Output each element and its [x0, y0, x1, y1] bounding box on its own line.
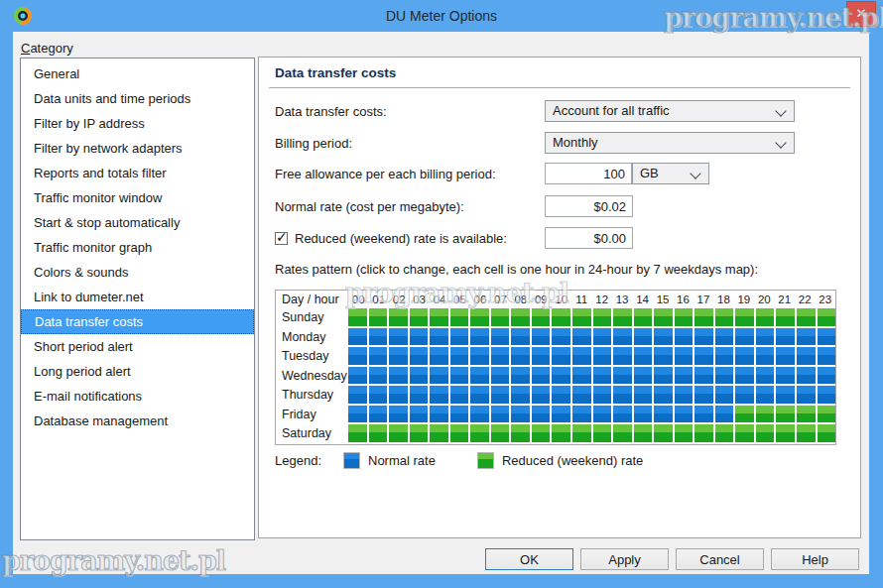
rate-cell-monday-06[interactable] [470, 328, 491, 348]
rate-cell-wednesday-15[interactable] [654, 367, 675, 387]
rate-cell-tuesday-09[interactable] [532, 347, 553, 367]
rate-cell-friday-03[interactable] [410, 406, 431, 425]
rate-cell-thursday-03[interactable] [410, 386, 431, 406]
rate-cell-monday-17[interactable] [694, 328, 715, 348]
rate-cell-wednesday-02[interactable] [389, 367, 410, 387]
rate-cell-tuesday-21[interactable] [776, 347, 797, 367]
rate-cell-wednesday-20[interactable] [756, 367, 777, 387]
sidebar-item-traffic-monitor-graph[interactable]: Traffic monitor graph [21, 235, 254, 260]
rate-cell-sunday-12[interactable] [593, 308, 614, 328]
rate-cell-friday-14[interactable] [634, 406, 655, 425]
rate-cell-sunday-20[interactable] [756, 308, 777, 328]
rate-cell-saturday-05[interactable] [450, 424, 471, 444]
rate-cell-friday-15[interactable] [654, 406, 675, 425]
rate-cell-monday-02[interactable] [389, 328, 410, 348]
rate-cell-tuesday-17[interactable] [694, 347, 715, 367]
rate-cell-thursday-22[interactable] [797, 386, 818, 406]
rate-cell-monday-23[interactable] [818, 328, 836, 348]
rate-cell-friday-09[interactable] [532, 406, 553, 425]
rate-cell-sunday-11[interactable] [572, 308, 593, 328]
sidebar-item-short-period-alert[interactable]: Short period alert [21, 334, 254, 359]
rate-cell-thursday-16[interactable] [675, 386, 695, 406]
sidebar-item-data-transfer-costs[interactable]: Data transfer costs [21, 309, 254, 334]
rate-cell-thursday-01[interactable] [369, 386, 390, 406]
rate-cell-friday-12[interactable] [593, 406, 614, 425]
rate-cell-saturday-22[interactable] [797, 424, 818, 444]
rate-cell-wednesday-13[interactable] [613, 367, 634, 387]
rate-cell-tuesday-16[interactable] [675, 347, 695, 367]
rate-cell-saturday-15[interactable] [654, 424, 675, 444]
data-transfer-costs-select[interactable]: Account for all traffic [545, 100, 795, 122]
rate-cell-sunday-15[interactable] [654, 308, 675, 328]
rate-cell-monday-14[interactable] [634, 328, 655, 348]
rate-cell-thursday-02[interactable] [389, 386, 410, 406]
rate-cell-tuesday-04[interactable] [430, 347, 450, 367]
rate-cell-saturday-14[interactable] [634, 424, 655, 444]
rate-cell-wednesday-00[interactable] [348, 367, 369, 387]
rate-cell-saturday-07[interactable] [491, 424, 512, 444]
rate-cell-friday-02[interactable] [389, 406, 410, 425]
sidebar-item-colors-sounds[interactable]: Colors & sounds [21, 260, 254, 285]
rate-cell-friday-20[interactable] [756, 406, 777, 425]
rate-cell-wednesday-16[interactable] [675, 367, 695, 387]
rate-cell-saturday-19[interactable] [735, 424, 756, 444]
rate-cell-friday-19[interactable] [735, 406, 756, 425]
rate-cell-monday-09[interactable] [532, 328, 553, 348]
rate-cell-wednesday-19[interactable] [735, 367, 756, 387]
rate-cell-sunday-16[interactable] [675, 308, 695, 328]
rate-cell-thursday-05[interactable] [450, 386, 471, 406]
rate-cell-sunday-03[interactable] [410, 308, 431, 328]
rate-cell-wednesday-05[interactable] [450, 367, 471, 387]
rate-cell-saturday-18[interactable] [715, 424, 736, 444]
rate-cell-wednesday-06[interactable] [470, 367, 491, 387]
rate-cell-saturday-10[interactable] [552, 424, 572, 444]
sidebar-item-filter-by-ip-address[interactable]: Filter by IP address [21, 111, 254, 136]
rate-cell-thursday-09[interactable] [532, 386, 553, 406]
sidebar-item-e-mail-notifications[interactable]: E-mail notifications [21, 384, 254, 409]
rate-cell-saturday-02[interactable] [389, 424, 410, 444]
rate-cell-saturday-00[interactable] [348, 424, 369, 444]
rate-cell-sunday-07[interactable] [491, 308, 512, 328]
rate-cell-thursday-19[interactable] [735, 386, 756, 406]
rate-cell-sunday-13[interactable] [613, 308, 634, 328]
rate-cell-friday-01[interactable] [369, 406, 390, 425]
rate-cell-sunday-22[interactable] [797, 308, 818, 328]
rate-cell-monday-12[interactable] [593, 328, 614, 348]
rate-cell-monday-05[interactable] [450, 328, 471, 348]
rate-cell-sunday-14[interactable] [634, 308, 655, 328]
rate-cell-sunday-21[interactable] [776, 308, 797, 328]
billing-period-select[interactable]: Monthly [545, 132, 795, 154]
rate-cell-sunday-17[interactable] [694, 308, 715, 328]
rate-cell-monday-04[interactable] [430, 328, 450, 348]
sidebar-item-traffic-monitor-window[interactable]: Traffic monitor window [21, 185, 254, 210]
sidebar-item-data-units-and-time-periods[interactable]: Data units and time periods [21, 86, 254, 111]
rate-cell-saturday-23[interactable] [818, 424, 836, 444]
rate-cell-sunday-19[interactable] [735, 308, 756, 328]
rate-cell-friday-05[interactable] [450, 406, 471, 425]
rate-cell-friday-21[interactable] [776, 406, 797, 425]
rate-cell-monday-15[interactable] [654, 328, 675, 348]
rate-cell-thursday-15[interactable] [654, 386, 675, 406]
rate-cell-sunday-05[interactable] [450, 308, 471, 328]
rate-cell-monday-20[interactable] [756, 328, 777, 348]
rate-cell-thursday-08[interactable] [511, 386, 532, 406]
rate-cell-friday-22[interactable] [797, 406, 818, 425]
rate-cell-monday-16[interactable] [675, 328, 695, 348]
rate-cell-monday-07[interactable] [491, 328, 512, 348]
ok-button[interactable]: OK [485, 548, 573, 570]
rate-cell-sunday-23[interactable] [818, 308, 836, 328]
rate-cell-monday-21[interactable] [776, 328, 797, 348]
rate-cell-monday-19[interactable] [735, 328, 756, 348]
rate-cell-thursday-17[interactable] [694, 386, 715, 406]
apply-button[interactable]: Apply [580, 548, 669, 570]
sidebar-item-start-stop-automatically[interactable]: Start & stop automatically [21, 210, 254, 235]
rate-cell-tuesday-19[interactable] [735, 347, 756, 367]
rate-cell-friday-17[interactable] [694, 406, 715, 425]
rate-cell-thursday-11[interactable] [572, 386, 593, 406]
rate-cell-wednesday-22[interactable] [797, 367, 818, 387]
rate-cell-friday-23[interactable] [818, 406, 836, 425]
rate-cell-tuesday-08[interactable] [511, 347, 532, 367]
rate-cell-sunday-01[interactable] [369, 308, 390, 328]
rate-cell-monday-00[interactable] [348, 328, 369, 348]
rate-cell-sunday-09[interactable] [532, 308, 553, 328]
